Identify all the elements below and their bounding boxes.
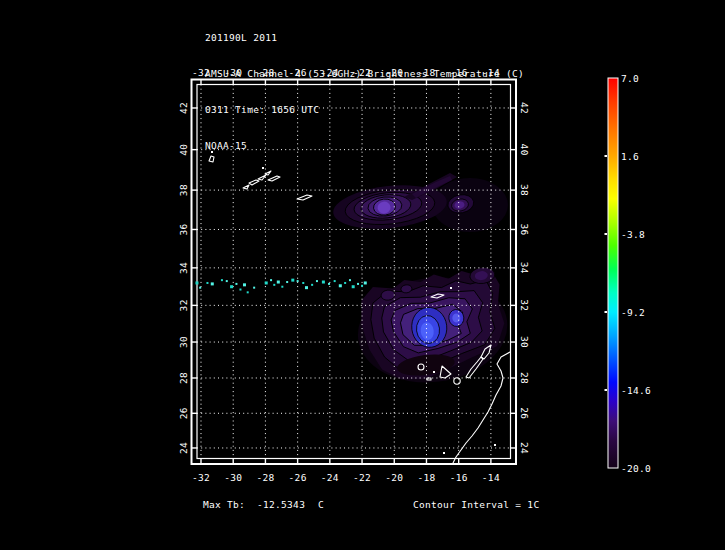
cyan-obs-point [361, 285, 363, 287]
colorbar-tick [605, 311, 608, 313]
x-tick-label-top--18: -18 [417, 67, 435, 78]
cyan-obs-point [243, 283, 246, 286]
colorbar-bar [608, 78, 618, 468]
y-tick-label-left-38: 38 [178, 184, 189, 196]
x-tick-label-bottom--14: -14 [482, 472, 500, 483]
y-tick-label-left-42: 42 [178, 102, 189, 114]
cyan-obs-point [277, 281, 280, 284]
colorbar-tick-label: 7.0 [621, 73, 639, 84]
colorbar-tick-label: -20.0 [621, 463, 651, 474]
x-tick-label-top--28: -28 [256, 67, 274, 78]
cyan-obs-point [334, 280, 336, 282]
x-tick-label-bottom--22: -22 [353, 472, 371, 483]
x-tick-label-bottom--18: -18 [417, 472, 435, 483]
coastline-islet-dot [443, 452, 445, 454]
cyan-obs-point [322, 281, 325, 284]
cyan-obs-point [226, 280, 228, 282]
coastline-islet-dot [494, 444, 496, 446]
coastline-islet-dot [433, 371, 435, 373]
inner-frame [197, 85, 511, 459]
y-tick-label-right-24: 24 [519, 442, 530, 454]
graticule [197, 85, 511, 459]
coastline-azores [243, 185, 249, 189]
y-tick-label-left-32: 32 [178, 299, 189, 311]
coastline-azores [258, 175, 266, 180]
y-tick-label-left-24: 24 [178, 442, 189, 454]
y-tick-label-left-28: 28 [178, 372, 189, 384]
cyan-obs-point [247, 291, 249, 293]
cyan-obs-point [291, 279, 294, 282]
x-tick-label-bottom--24: -24 [321, 472, 339, 483]
cyan-obs-point [195, 281, 198, 284]
x-tick-label-top--20: -20 [385, 67, 403, 78]
y-tick-label-right-26: 26 [519, 407, 530, 419]
coastline-azores [209, 156, 214, 162]
y-tick-label-left-34: 34 [178, 262, 189, 274]
axis-ticks [192, 80, 517, 465]
x-tick-label-top--22: -22 [353, 67, 371, 78]
x-tick-label-top--16: -16 [450, 67, 468, 78]
map-plot: -32-32-30-30-28-28-26-26-24-24-22-22-20-… [0, 0, 725, 550]
status-bar: Max Tb: -12.5343 C Contour Interval = 1C [0, 499, 725, 513]
cyan-obs-point [311, 284, 313, 286]
y-tick-label-left-36: 36 [178, 223, 189, 235]
y-tick-label-right-32: 32 [519, 299, 530, 311]
x-tick-label-bottom--16: -16 [450, 472, 468, 483]
cyan-obs-point [297, 280, 299, 282]
y-tick-label-right-40: 40 [519, 144, 530, 156]
y-tick-label-right-28: 28 [519, 372, 530, 384]
y-tick-label-left-26: 26 [178, 407, 189, 419]
cyan-obs-point [265, 281, 268, 284]
x-tick-label-bottom--26: -26 [289, 472, 307, 483]
coastline-canary-gran-canaria [454, 378, 460, 384]
coastline-azores [265, 171, 271, 175]
coastline-islet-dot [211, 151, 213, 153]
y-tick-label-left-30: 30 [178, 336, 189, 348]
cyan-obs-point [328, 283, 330, 285]
cyan-obs-point [230, 285, 233, 288]
cyan-obs-point [357, 283, 359, 285]
map-frame [192, 80, 517, 465]
colorbar-tick [605, 155, 608, 157]
cyan-obs-point [221, 279, 223, 281]
coastline-islet-dot [262, 167, 264, 169]
cyan-obs-point [344, 282, 346, 284]
outer-frame [192, 80, 517, 465]
colorbar-tick [605, 233, 608, 235]
figure-canvas: 201190L 2011 AMSU-A Channel 4 (53.6GHz) … [0, 0, 725, 550]
cyan-obs-point [352, 285, 355, 288]
x-tick-label-top--14: -14 [482, 67, 500, 78]
x-tick-label-bottom--30: -30 [224, 472, 242, 483]
max-tb-value: -12.5343 [257, 499, 305, 510]
cyan-obs-point [253, 287, 255, 289]
coastline-azores [249, 180, 259, 185]
cyan-obs-point [305, 286, 308, 289]
y-tick-label-right-42: 42 [519, 102, 530, 114]
cyan-obs-point [206, 282, 208, 284]
cyan-obs-point [239, 289, 241, 291]
cyan-obs-point [235, 283, 237, 285]
max-tb-label: Max Tb: [203, 499, 245, 510]
cyan-obs-point [211, 282, 214, 285]
cyan-obs-point [339, 284, 342, 287]
coastline-azores [297, 195, 312, 200]
cyan-obs-point [364, 281, 367, 284]
cyan-obs-point [302, 282, 304, 284]
coastline-islet-dot [450, 287, 452, 289]
cyan-obs-point [316, 280, 318, 282]
x-tick-label-top--24: -24 [321, 67, 339, 78]
cyan-obs-point [270, 279, 272, 281]
y-tick-label-right-34: 34 [519, 262, 530, 274]
contour-interval-text: Contour Interval = 1C [413, 499, 539, 510]
x-tick-label-bottom--28: -28 [256, 472, 274, 483]
y-tick-label-right-36: 36 [519, 223, 530, 235]
cyan-obs-point [273, 284, 275, 286]
cyan-obs-point [286, 281, 288, 283]
cyan-obs-point [199, 287, 201, 289]
colorbar-tick-label: -9.2 [621, 307, 645, 318]
coastline-azores [268, 176, 280, 181]
cyan-obs-point [349, 279, 351, 281]
max-tb-unit: C [318, 499, 324, 510]
obs-points [195, 279, 366, 294]
colorbar-tick [605, 389, 608, 391]
